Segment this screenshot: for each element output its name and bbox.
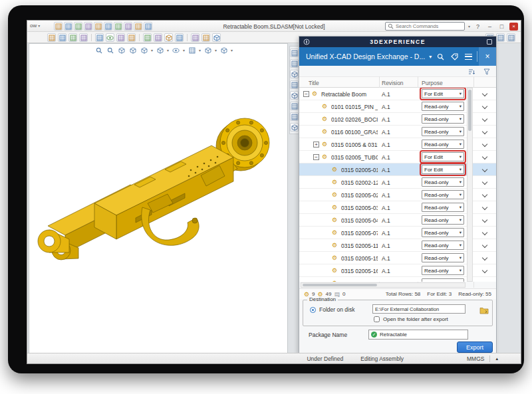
hide-show-items-icon[interactable] — [172, 46, 180, 54]
purpose-dropdown[interactable]: For Edit▾ — [422, 89, 464, 98]
tree-collapse-toggle[interactable]: − — [303, 91, 309, 97]
save-icon[interactable] — [84, 22, 92, 31]
chevron-down-icon[interactable]: ▾ — [215, 48, 217, 52]
row-details-chevron-icon[interactable] — [482, 179, 487, 185]
help-panel-icon[interactable] — [496, 33, 505, 42]
mate-icon[interactable] — [58, 33, 66, 42]
units-selector[interactable]: MMGS — [467, 355, 484, 362]
purpose-dropdown[interactable]: Read-only▾ — [422, 253, 464, 262]
chevron-down-icon[interactable]: ▾ — [231, 48, 233, 52]
purpose-dropdown[interactable]: Read-only▾ — [422, 278, 464, 282]
package-name-input[interactable]: ✓ Retractable — [368, 330, 468, 340]
tags-icon[interactable] — [290, 112, 299, 121]
zoom-area-icon[interactable] — [106, 46, 114, 54]
appearances-icon[interactable] — [290, 80, 299, 89]
zoom-fit-icon[interactable] — [94, 46, 103, 54]
search-icon[interactable] — [434, 47, 448, 66]
row-details-chevron-icon[interactable] — [482, 142, 487, 147]
apply-scene-icon[interactable] — [203, 46, 212, 54]
row-details-chevron-icon[interactable] — [482, 217, 487, 223]
custom-properties-icon[interactable] — [290, 102, 299, 110]
row-details-chevron-icon[interactable] — [482, 91, 487, 96]
pin-icon[interactable] — [507, 33, 515, 42]
chevron-down-icon[interactable]: ▾ — [151, 48, 153, 52]
close-panel-icon[interactable]: × — [479, 47, 496, 66]
3dexperience-icon[interactable] — [290, 123, 299, 132]
exploded-view-icon[interactable] — [164, 33, 173, 42]
purpose-dropdown[interactable]: For Edit▾ — [422, 152, 464, 161]
show-hidden-components-icon[interactable] — [106, 33, 114, 42]
row-details-chevron-icon[interactable] — [482, 129, 487, 134]
tree-collapse-toggle[interactable]: − — [313, 154, 319, 160]
file-explorer-icon[interactable] — [290, 59, 299, 68]
row-details-chevron-icon[interactable] — [482, 192, 487, 197]
row-details-chevron-icon[interactable] — [482, 268, 487, 273]
purpose-dropdown[interactable]: Read-only▾ — [422, 190, 464, 199]
back-icon[interactable] — [54, 22, 63, 31]
row-details-chevron-icon[interactable] — [482, 280, 487, 282]
row-details-chevron-icon[interactable] — [482, 255, 487, 260]
purpose-dropdown[interactable]: Read-only▾ — [422, 215, 464, 225]
sort-icon[interactable] — [467, 67, 476, 76]
search-commands-input[interactable] — [396, 23, 457, 29]
reference-geometry-icon[interactable] — [127, 33, 136, 42]
bill-of-materials-icon[interactable] — [154, 33, 162, 42]
menu-fragment[interactable]: ow ▾ — [30, 23, 40, 29]
update-icon[interactable] — [191, 33, 200, 42]
section-view-icon[interactable] — [128, 46, 137, 54]
smart-fasteners-icon[interactable] — [79, 33, 88, 42]
purpose-dropdown[interactable]: For Edit▾ — [422, 165, 464, 174]
column-title[interactable]: Title — [309, 80, 319, 86]
open-after-export-checkbox[interactable] — [374, 316, 380, 322]
chevron-down-icon[interactable]: ▾ — [183, 48, 185, 52]
browse-folder-icon[interactable] — [479, 305, 489, 317]
restore-button[interactable]: □ — [497, 23, 506, 31]
open-icon[interactable] — [74, 22, 82, 31]
graphics-viewport[interactable]: ▾▾▾▾▾▾ — [29, 43, 288, 353]
minimize-button[interactable]: – — [485, 23, 494, 31]
display-style-icon[interactable] — [156, 46, 164, 54]
folder-on-disk-radio[interactable] — [310, 307, 316, 313]
row-details-chevron-icon[interactable] — [482, 104, 487, 109]
redo-icon[interactable] — [114, 22, 122, 31]
close-button[interactable]: × — [509, 23, 518, 31]
assembly-features-icon[interactable] — [116, 33, 125, 42]
undo-icon[interactable] — [104, 22, 112, 31]
scrollbar-thumb[interactable] — [303, 284, 377, 286]
search-options-chevron-icon[interactable]: ▾ — [468, 24, 470, 29]
view-orientation-icon[interactable] — [140, 46, 148, 54]
options-icon[interactable] — [144, 22, 152, 31]
design-library-icon[interactable] — [290, 49, 299, 57]
scrollbar-thumb[interactable] — [468, 90, 471, 131]
previous-view-icon[interactable] — [117, 46, 126, 54]
row-details-chevron-icon[interactable] — [482, 116, 487, 122]
row-details-chevron-icon[interactable] — [482, 167, 487, 172]
new-motion-study-icon[interactable] — [143, 33, 152, 42]
tree-expand-toggle[interactable]: + — [313, 142, 319, 148]
print-icon[interactable] — [94, 22, 102, 31]
menu-icon[interactable] — [462, 47, 475, 66]
purpose-dropdown[interactable]: Read-only▾ — [422, 228, 464, 237]
view-settings-icon[interactable] — [219, 46, 228, 54]
view-palette-icon[interactable] — [290, 70, 299, 78]
panel-collapse-icon[interactable] — [487, 39, 492, 45]
task-pane-caret-icon[interactable]: ▴ — [495, 356, 498, 361]
tag-icon[interactable] — [448, 47, 462, 66]
purpose-dropdown[interactable]: Read-only▾ — [422, 127, 464, 136]
vertical-scrollbar[interactable] — [467, 88, 473, 282]
insert-components-icon[interactable] — [47, 33, 56, 42]
search-box[interactable] — [385, 22, 465, 31]
select-icon[interactable] — [124, 22, 132, 31]
row-details-chevron-icon[interactable] — [482, 205, 487, 210]
scene-illumination-icon[interactable] — [290, 91, 299, 100]
purpose-dropdown[interactable]: Read-only▾ — [422, 203, 464, 212]
purpose-dropdown[interactable]: Read-only▾ — [422, 177, 464, 187]
purpose-dropdown[interactable]: Read-only▾ — [422, 114, 464, 124]
rebuild-icon[interactable] — [134, 22, 142, 31]
cad-model[interactable] — [29, 44, 289, 353]
column-revision[interactable]: Revision — [382, 80, 404, 86]
row-details-chevron-icon[interactable] — [482, 154, 487, 159]
row-details-chevron-icon[interactable] — [482, 230, 487, 235]
take-snapshot-icon[interactable] — [201, 33, 210, 42]
purpose-dropdown[interactable]: Read-only▾ — [422, 241, 464, 250]
